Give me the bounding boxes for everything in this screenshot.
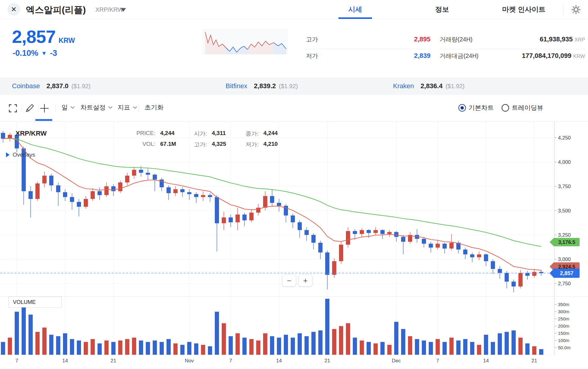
exchange-name: Kraken — [393, 82, 414, 90]
high-value: 2,895 — [414, 35, 430, 43]
candlestick-chart[interactable]: 4,2504,0003,7503,5003,2503,0002,750350m3… — [0, 122, 588, 369]
exchange-name: Coinbase — [12, 82, 40, 90]
fullscreen-icon[interactable] — [8, 104, 18, 113]
overlays-toggle[interactable]: Overlays — [6, 152, 35, 158]
exchange-usd: ($1.92) — [279, 83, 298, 90]
svg-text:3,250: 3,250 — [558, 232, 571, 238]
svg-text:7: 7 — [15, 358, 18, 364]
svg-text:2,857: 2,857 — [560, 270, 573, 276]
stat-row-high: 고가 2,895 — [306, 35, 430, 47]
zoom-controls: − + — [282, 274, 312, 286]
settings-gear-icon[interactable] — [570, 4, 582, 15]
interval-label: 일 — [62, 103, 68, 112]
svg-text:21: 21 — [325, 358, 330, 364]
current-price: 2,857 — [12, 26, 56, 47]
chart-settings-dropdown[interactable]: 차트설정 — [80, 103, 112, 112]
current-price-currency: KRW — [58, 37, 75, 45]
toolbar-divider — [22, 105, 22, 112]
value24-value: 177,084,170,099KRW — [522, 52, 585, 60]
basic-chart-label: 기본차트 — [469, 104, 494, 112]
coin-pair-label: XRP/KRW — [95, 6, 123, 13]
svg-text:21: 21 — [111, 358, 116, 364]
svg-text:21: 21 — [532, 358, 537, 364]
tab-info[interactable]: 정보 — [425, 0, 459, 19]
chart-settings-label: 차트설정 — [80, 103, 106, 112]
svg-text:14: 14 — [276, 358, 282, 364]
low-label: 저가: — [236, 141, 259, 148]
close-value: 4,244 — [259, 130, 287, 137]
vol-label: VOL: — [134, 141, 155, 148]
svg-text:14: 14 — [483, 358, 489, 364]
zoom-in-button[interactable]: + — [298, 274, 312, 286]
price-label: PRICE: — [134, 130, 155, 137]
value24-unit: KRW — [573, 53, 585, 59]
svg-text:3,750: 3,750 — [558, 184, 571, 189]
active-tab-underline — [338, 17, 372, 19]
coin-dropdown-icon[interactable] — [121, 8, 126, 12]
toolbar-divider — [55, 105, 56, 112]
exchange-price: 2,839.2 — [254, 82, 276, 90]
tradingview-radio[interactable] — [502, 104, 509, 112]
high-label: 고가: — [184, 141, 207, 148]
value24-label: 거래대금(24H) — [440, 52, 478, 60]
xrp-logo-glyph: ✕ — [11, 5, 16, 14]
exchange-kraken: Kraken 2,836.4 ($1.92) — [393, 77, 465, 95]
exchange-price: 2,836.4 — [421, 82, 442, 90]
svg-text:300m: 300m — [558, 309, 569, 314]
tab-price[interactable]: 시세 — [338, 0, 372, 19]
exchange-usd: ($1.92) — [71, 83, 90, 90]
close-label: 종가: — [236, 130, 259, 137]
svg-text:2,750: 2,750 — [558, 281, 571, 286]
svg-text:Nov: Nov — [185, 358, 194, 364]
svg-text:14: 14 — [62, 358, 68, 364]
volume24-value: 61,938,935XRP — [540, 35, 585, 43]
overlays-label: Overlays — [13, 152, 35, 158]
basic-chart-radio[interactable] — [458, 104, 466, 112]
mini-sparkline — [202, 29, 288, 54]
low-value: 4,210 — [259, 141, 287, 148]
coin-title: 엑스알피(리플) — [26, 4, 86, 16]
svg-text:150m: 150m — [558, 331, 569, 336]
svg-text:100m: 100m — [558, 338, 569, 343]
crosshair-plus-icon[interactable] — [39, 104, 50, 113]
chart-canvas[interactable]: 4,2504,0003,7503,5003,2503,0002,750350m3… — [0, 122, 588, 369]
volume-pane-label: VOLUME — [8, 297, 62, 308]
toolbar-divider — [38, 105, 39, 112]
tab-market-insight[interactable]: 마켓 인사이트 — [488, 0, 559, 19]
stat-row-low: 저가 2,839 — [306, 52, 430, 63]
interval-dropdown[interactable]: 일 — [62, 103, 75, 112]
reset-button[interactable]: 초기화 — [145, 103, 164, 112]
svg-text:7: 7 — [436, 358, 439, 364]
svg-text:200m: 200m — [558, 323, 569, 328]
indicators-dropdown[interactable]: 지표 — [118, 103, 137, 112]
exchange-usd: ($1.92) — [446, 83, 464, 90]
svg-text:4,250: 4,250 — [558, 135, 571, 141]
down-arrow-icon: ▼ — [41, 50, 47, 57]
svg-text:350m: 350m — [558, 302, 569, 307]
low-value: 2,839 — [414, 52, 430, 60]
reset-label: 초기화 — [145, 103, 164, 112]
change-amount: -3 — [50, 49, 57, 58]
zoom-out-button[interactable]: − — [282, 274, 296, 286]
toolbar-divider — [139, 105, 139, 112]
svg-text:50.0m: 50.0m — [558, 345, 571, 350]
indicators-label: 지표 — [118, 103, 130, 112]
draw-pencil-icon[interactable] — [25, 104, 35, 113]
ohlc-info-panel: PRICE: 4,244 시가: 4,311 종가: 4,244 VOL: 67… — [134, 130, 287, 148]
stat-row-value: 거래대금(24H) 177,084,170,099KRW — [440, 52, 585, 63]
active-tool-underline — [35, 119, 52, 121]
stats-column-price: 고가 2,895 저가 2,839 — [306, 35, 430, 63]
svg-text:3,000: 3,000 — [558, 256, 571, 262]
exchange-compare-bar: Coinbase 2,837.0 ($1.92) Bitfinex 2,839.… — [0, 77, 588, 95]
volume24-unit: XRP — [574, 37, 585, 43]
chart-symbol-label: XRP/KRW — [16, 130, 47, 137]
chart-type-radio-group: 기본차트 트레이딩뷰 — [458, 104, 543, 112]
chart-toolbar: 일 차트설정 지표 초기화 기본차트 트레이딩뷰 — [0, 95, 588, 122]
svg-text:4,000: 4,000 — [558, 159, 571, 165]
high-label: 고가 — [306, 35, 318, 44]
header-divider — [563, 4, 564, 15]
current-price-row: 2,857 KRW — [12, 26, 75, 47]
tradingview-label: 트레이딩뷰 — [512, 104, 543, 112]
vol-value: 67.1M — [155, 141, 184, 148]
svg-text:3,500: 3,500 — [558, 208, 571, 214]
